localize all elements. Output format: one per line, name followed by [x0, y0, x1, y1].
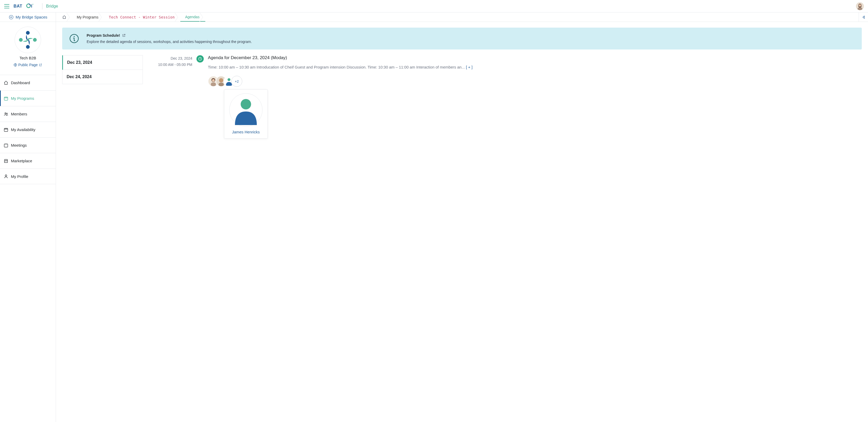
sidebar-item-availability[interactable]: My Availability	[0, 122, 56, 137]
sidebar-item-label: Marketplace	[11, 159, 32, 163]
crumb-label: Agendas	[185, 15, 199, 19]
date-item-1[interactable]: Dec 23, 2024	[62, 55, 143, 70]
svg-point-10	[33, 38, 37, 42]
breadcrumb: My Programs Tech Connect - Winter Sessio…	[56, 12, 859, 22]
crumb-label: Tech Connect - Winter Session	[109, 15, 175, 19]
crumb-my-programs[interactable]: My Programs	[72, 12, 104, 22]
crumb-home[interactable]	[59, 12, 72, 22]
collapse-panel-button[interactable]	[859, 12, 868, 22]
public-page-label: Public Page	[18, 63, 38, 67]
external-link-icon	[39, 63, 42, 67]
svg-point-28	[219, 78, 223, 82]
user-icon	[4, 174, 8, 179]
product-name[interactable]: Bridge	[46, 4, 58, 8]
sidebar-item-label: Members	[11, 112, 27, 116]
banner-title: Program Schedule!	[87, 33, 120, 37]
popover-avatar	[229, 93, 262, 126]
layout: Tech B2B Public Page Dashboard My Progra…	[0, 22, 868, 422]
sidebar: Tech B2B Public Page Dashboard My Progra…	[0, 22, 56, 422]
agenda-text: Time: 10:00 am – 10:30 am Introducation …	[208, 65, 465, 69]
clock-icon	[196, 55, 204, 62]
header-left: BAT I Bridge	[4, 3, 58, 9]
agenda-date: Dec 23, 2024	[148, 56, 192, 60]
crumb-label: My Programs	[77, 15, 98, 19]
sidebar-item-meetings[interactable]: Meetings	[0, 137, 56, 153]
agenda-area: Dec 23, 2024 Dec 24, 2024 Dec 23, 2024 1…	[62, 55, 862, 139]
more-count: +2	[235, 80, 239, 83]
info-icon	[69, 33, 80, 44]
users-icon	[4, 112, 8, 116]
time-column: Dec 23, 2024 10:00 AM - 05:00 PM	[148, 55, 192, 139]
back-label: My Bridge Spaces	[16, 15, 48, 19]
agenda-time-range: 10:00 AM - 05:00 PM	[148, 62, 192, 67]
sidebar-item-label: Dashboard	[11, 81, 30, 85]
date-label: Dec 23, 2024	[67, 60, 92, 65]
sidebar-item-label: My Availability	[11, 128, 35, 132]
agenda-detail: Dec 23, 2024 10:00 AM - 05:00 PM Agenda …	[148, 55, 862, 139]
popover-name[interactable]: James Henricks	[227, 130, 265, 134]
svg-point-12	[19, 38, 23, 42]
svg-point-11	[26, 45, 30, 49]
sidebar-item-my-programs[interactable]: My Programs	[0, 90, 56, 106]
brand-logo[interactable]: BAT I	[13, 3, 38, 9]
svg-rect-7	[858, 7, 862, 10]
content: Program Schedule! Explore the detailed a…	[56, 22, 868, 422]
sidebar-item-my-profile[interactable]: My Profile	[0, 169, 56, 184]
public-page-link[interactable]: Public Page	[13, 63, 42, 67]
breadcrumb-row: My Bridge Spaces My Programs Tech Connec…	[0, 12, 868, 22]
banner-desc: Explore the detailed agenda of sessions,…	[87, 39, 252, 44]
sidebar-item-members[interactable]: Members	[0, 106, 56, 122]
date-list: Dec 23, 2024 Dec 24, 2024	[62, 55, 143, 139]
svg-rect-18	[4, 144, 8, 147]
svg-point-16	[6, 113, 7, 114]
svg-point-3	[33, 4, 33, 4]
svg-point-25	[212, 79, 215, 82]
svg-point-31	[228, 78, 230, 81]
calendar-check-icon	[4, 128, 8, 132]
svg-point-19	[5, 175, 7, 176]
menu-toggle-icon[interactable]	[4, 4, 9, 8]
calendar-outline-icon	[4, 143, 8, 148]
side-nav: Dashboard My Programs Members My Availab…	[0, 75, 56, 184]
attendee-more[interactable]: +2	[231, 76, 242, 87]
home-icon	[4, 81, 8, 85]
banner-body: Program Schedule! Explore the detailed a…	[87, 33, 252, 44]
svg-point-9	[26, 31, 30, 35]
svg-rect-14	[4, 97, 8, 100]
info-banner: Program Schedule! Explore the detailed a…	[62, 28, 862, 50]
triangle-left-icon	[862, 16, 865, 19]
sidebar-item-dashboard[interactable]: Dashboard	[0, 75, 56, 90]
sidebar-item-label: Meetings	[11, 143, 27, 147]
org-name: Tech B2B	[3, 56, 53, 60]
globe-icon	[13, 63, 17, 67]
crumb-agendas[interactable]: Agendas	[180, 12, 205, 22]
svg-text:BAT: BAT	[13, 3, 22, 8]
svg-point-21	[74, 36, 75, 37]
svg-point-6	[859, 4, 861, 6]
sidebar-item-marketplace[interactable]: Marketplace	[0, 153, 56, 169]
external-link-icon[interactable]	[122, 34, 126, 37]
attendee-popover: James Henricks	[224, 89, 268, 139]
agenda-text-row: Time: 10:00 am – 10:30 am Introducation …	[208, 63, 862, 71]
org-logo	[14, 27, 41, 53]
date-label: Dec 24, 2024	[67, 75, 92, 79]
sidebar-item-label: My Programs	[11, 96, 34, 101]
user-avatar[interactable]	[856, 2, 864, 10]
logo-divider	[42, 3, 42, 9]
svg-point-32	[241, 99, 251, 109]
banner-title-row: Program Schedule!	[87, 33, 126, 37]
top-header: BAT I Bridge	[0, 0, 868, 12]
attendees-avatars: +2	[208, 76, 862, 87]
svg-point-15	[5, 113, 6, 114]
agenda-title: Agenda for December 23, 2024 (Moday)	[208, 55, 862, 60]
calendar-icon	[4, 96, 8, 101]
svg-rect-17	[4, 128, 8, 131]
expand-toggle[interactable]: [ + ]	[466, 65, 472, 69]
sidebar-item-label: My Profile	[11, 174, 28, 179]
crumb-program[interactable]: Tech Connect - Winter Session	[104, 12, 180, 22]
back-link[interactable]: My Bridge Spaces	[0, 12, 56, 22]
org-block: Tech B2B Public Page	[0, 22, 56, 72]
logo-wrap: BAT I Bridge	[13, 3, 58, 9]
date-item-2[interactable]: Dec 24, 2024	[62, 70, 143, 84]
arrow-left-circle-icon	[9, 15, 13, 20]
